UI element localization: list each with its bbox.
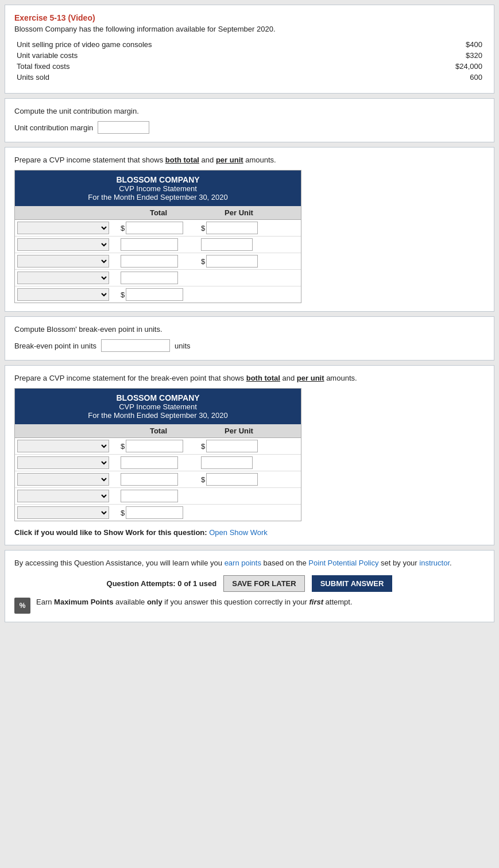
row-b-1-dropdown[interactable] <box>17 222 109 234</box>
part-b-instruction: Prepare a CVP income statement that show… <box>14 156 485 164</box>
show-work-label: Click if you would like to Show Work for… <box>14 528 207 537</box>
show-work-link[interactable]: Open Show Work <box>209 528 268 537</box>
company-name-b: BLOSSOM COMPANY <box>17 175 299 184</box>
info-table: Unit selling price of video game console… <box>14 39 485 83</box>
cvp-row-d-2 <box>15 455 301 471</box>
part-d-instruction: Prepare a CVP income statement for the b… <box>14 374 485 382</box>
info-table-row: Units sold600 <box>14 72 485 83</box>
cvp-header-d: BLOSSOM COMPANY CVP Income Statement For… <box>15 389 301 424</box>
breakeven-row: Break-even point in units units <box>14 339 485 352</box>
col-headers-d: Total Per Unit <box>15 424 301 438</box>
row-d-5-total[interactable] <box>126 506 183 519</box>
part-b-cvp-table: BLOSSOM COMPANY CVP Income Statement For… <box>14 170 301 303</box>
row-d-4-dropdown[interactable] <box>17 490 109 502</box>
breakeven-suffix: units <box>175 342 190 350</box>
exercise-desc: Blossom Company has the following inform… <box>14 25 485 33</box>
row-d-2-perunit[interactable] <box>201 456 253 469</box>
cvp-row-b-4 <box>15 270 301 286</box>
exercise-info-section: Exercise 5-13 (Video) Blossom Company ha… <box>5 5 494 94</box>
info-label: Total fixed costs <box>14 61 296 72</box>
row-b-2-dropdown[interactable] <box>17 238 109 251</box>
row-d-1-dropdown[interactable] <box>17 440 109 452</box>
cvp-row-d-3: $ <box>15 471 301 488</box>
row-b-3-dropdown[interactable] <box>17 255 109 268</box>
row-d-4-total[interactable] <box>121 490 178 502</box>
breakeven-label: Break-even point in units <box>14 342 96 350</box>
earn-row: % Earn Maximum Points available only if … <box>14 598 485 614</box>
row-d-1-total[interactable] <box>126 440 183 452</box>
info-label: Unit variable costs <box>14 50 296 61</box>
stmt-type-d: CVP Income Statement <box>17 402 299 411</box>
earn-text: Earn Maximum Points available only if yo… <box>36 598 353 606</box>
breakeven-input[interactable] <box>101 339 170 352</box>
row-b-5-total[interactable] <box>126 288 183 301</box>
period-d: For the Month Ended September 30, 2020 <box>17 411 299 420</box>
part-c-instruction: Compute Blossom' break-even point in uni… <box>14 325 485 334</box>
cvp-row-d-4 <box>15 488 301 505</box>
row-d-5-dropdown[interactable] <box>17 506 109 519</box>
row-b-2-perunit[interactable] <box>201 238 253 251</box>
info-label: Unit selling price of video game console… <box>14 39 296 50</box>
col-headers-b: Total Per Unit <box>15 206 301 220</box>
part-c-section: Compute Blossom' break-even point in uni… <box>5 316 494 361</box>
info-table-row: Unit variable costs$320 <box>14 50 485 61</box>
col-total-b: Total <box>118 206 199 219</box>
show-work-row: Click if you would like to Show Work for… <box>14 528 485 537</box>
stmt-type-b: CVP Income Statement <box>17 184 299 193</box>
save-for-later-button[interactable]: SAVE FOR LATER <box>223 575 304 592</box>
info-value: $400 <box>296 39 485 50</box>
footer-row: Question Attempts: 0 of 1 used SAVE FOR … <box>14 575 485 592</box>
row-d-2-dropdown[interactable] <box>17 456 109 469</box>
row-b-3-total[interactable] <box>121 255 178 268</box>
assistance-section: By accessing this Question Assistance, y… <box>5 550 494 622</box>
row-b-3-perunit[interactable] <box>206 255 258 268</box>
cvp-header-b: BLOSSOM COMPANY CVP Income Statement For… <box>15 170 301 206</box>
ucm-input[interactable] <box>98 121 149 134</box>
info-value: 600 <box>296 72 485 83</box>
col-perunit-d: Per Unit <box>199 424 279 437</box>
cvp-row-b-3: $ <box>15 253 301 270</box>
row-b-4-dropdown[interactable] <box>17 272 109 284</box>
row-d-3-dropdown[interactable] <box>17 473 109 486</box>
row-b-4-total[interactable] <box>121 272 178 284</box>
row-d-2-total[interactable] <box>121 456 178 469</box>
info-table-row: Total fixed costs$24,000 <box>14 61 485 72</box>
ucm-row: Unit contribution margin <box>14 121 485 134</box>
info-label: Units sold <box>14 72 296 83</box>
col-perunit-b: Per Unit <box>199 206 279 219</box>
page-wrapper: Exercise 5-13 (Video) Blossom Company ha… <box>0 0 499 631</box>
row-b-1-perunit[interactable] <box>206 222 258 234</box>
assistance-text: By accessing this Question Assistance, y… <box>14 559 485 567</box>
row-b-1-total[interactable] <box>126 222 183 234</box>
cvp-row-d-1: $ $ <box>15 438 301 455</box>
info-value: $320 <box>296 50 485 61</box>
exercise-title: Exercise 5-13 (Video) <box>14 13 485 22</box>
part-d-section: Prepare a CVP income statement for the b… <box>5 365 494 545</box>
row-d-3-perunit[interactable] <box>206 473 258 486</box>
info-table-row: Unit selling price of video game console… <box>14 39 485 50</box>
cvp-row-d-5: $ <box>15 505 301 521</box>
info-value: $24,000 <box>296 61 485 72</box>
attempts-label: Question Attempts: 0 of 1 used <box>107 579 217 588</box>
part-d-cvp-table: BLOSSOM COMPANY CVP Income Statement For… <box>14 388 301 521</box>
part-a-section: Compute the unit contribution margin. Un… <box>5 98 494 142</box>
period-b: For the Month Ended September 30, 2020 <box>17 193 299 202</box>
row-d-3-total[interactable] <box>121 473 178 486</box>
submit-answer-button[interactable]: SUBMIT ANSWER <box>312 575 393 592</box>
cvp-row-b-2 <box>15 237 301 253</box>
col-total-d: Total <box>118 424 199 437</box>
row-d-1-perunit[interactable] <box>206 440 258 452</box>
ucm-label: Unit contribution margin <box>14 123 93 132</box>
percent-badge: % <box>14 598 30 614</box>
cvp-row-b-1: $ $ <box>15 220 301 237</box>
part-b-section: Prepare a CVP income statement that show… <box>5 147 494 312</box>
part-a-instruction: Compute the unit contribution margin. <box>14 107 485 115</box>
cvp-row-b-5: $ <box>15 286 301 303</box>
row-b-5-dropdown[interactable] <box>17 288 109 301</box>
row-b-2-total[interactable] <box>121 238 178 251</box>
company-name-d: BLOSSOM COMPANY <box>17 393 299 402</box>
